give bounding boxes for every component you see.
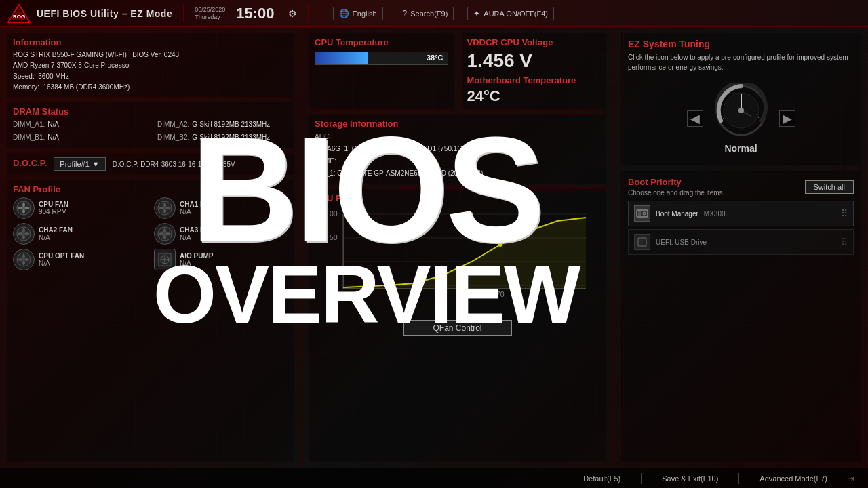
day-display: Thursday <box>195 14 225 21</box>
info-title: Information <box>13 37 288 47</box>
footer-divider-2 <box>738 473 739 484</box>
svg-text:100: 100 <box>326 210 338 218</box>
advanced-mode-button[interactable]: Advanced Mode(F7) <box>760 474 827 483</box>
dropdown-arrow-icon: ▼ <box>92 160 100 168</box>
date-display: 06/25/2020 <box>195 6 225 14</box>
fan-profile-section: FAN Profile <box>7 180 294 462</box>
info-board-row: ROG STRIX B550-F GAMING (WI-FI) BIOS Ver… <box>13 49 288 60</box>
aura-button[interactable]: ✦ AURA ON/OFF(F4) <box>467 7 554 20</box>
language-label: English <box>353 9 377 18</box>
boot-item-1[interactable]: Boot Manager MX300... ⠿ <box>628 201 854 226</box>
fan-item-aio: AIO PUMP N/A <box>154 249 288 270</box>
memory-val: 16384 MB (DDR4 3600MHz) <box>43 83 130 91</box>
fan-info-aio: AIO PUMP N/A <box>180 252 213 267</box>
default-button[interactable]: Default(F5) <box>583 474 620 483</box>
dram-b1-label: DIMM_B1: <box>13 131 45 144</box>
fan-item-cpu-opt: CPU OPT FAN N/A <box>13 249 147 270</box>
svg-text:70: 70 <box>496 291 505 298</box>
aura-icon: ✦ <box>473 9 480 18</box>
svg-rect-41 <box>638 211 641 216</box>
temp-bar-container: 38°C <box>315 52 448 65</box>
fan-item-cha2: CHA2 FAN N/A <box>13 223 147 245</box>
info-memory-row: Memory: 16384 MB (DDR4 3600MHz) <box>13 82 288 93</box>
bios-ver: BIOS Ver. 0243 <box>132 51 179 58</box>
fan-icon-cha1 <box>154 197 176 219</box>
svg-text:30: 30 <box>411 291 419 298</box>
ez-gauge-svg <box>714 83 768 138</box>
dram-b2: DIMM_B2: G-Skill 8192MB 2133MHz <box>157 131 288 144</box>
ez-tuning-section: EZ System Tuning Click the icon below to… <box>620 33 861 165</box>
cpu-name: AMD Ryzen 7 3700X 8-Core Processor <box>13 62 132 69</box>
dram-section: DRAM Status DIMM_A1: N/A DIMM_A2: G-Skil… <box>7 102 294 148</box>
storage-nvme-header: NVME: <box>315 155 600 167</box>
svg-point-8 <box>22 232 25 235</box>
svg-point-30 <box>441 273 445 277</box>
search-button[interactable]: ? Search(F9) <box>397 7 454 20</box>
ez-gauge-container: Normal <box>714 83 768 154</box>
language-button[interactable]: 🌐 English <box>333 7 383 20</box>
gear-icon[interactable]: ⚙ <box>288 8 297 19</box>
dram-a2-label: DIMM_A2: <box>157 119 189 131</box>
ahci-label: AHCI: <box>315 133 333 140</box>
dram-b2-label: DIMM_B2: <box>157 131 189 144</box>
fan-rpm-aio: N/A <box>180 260 213 267</box>
svg-point-4 <box>22 207 25 209</box>
header-divider-2 <box>308 5 309 22</box>
fan-info-cha3: CHA3 FAN N/A <box>180 226 214 241</box>
docp-dropdown[interactable]: Profile#1 ▼ <box>54 157 105 171</box>
memory-label: Memory: <box>13 83 39 91</box>
save-exit-button[interactable]: Save & Exit(F10) <box>662 474 718 483</box>
left-panel: Information ROG STRIX B550-F GAMING (WI-… <box>0 27 302 468</box>
cpu-temp-section: CPU Temperature 38°C <box>309 33 454 110</box>
qfan-control-button[interactable]: QFan Control <box>403 320 512 336</box>
storage-section: Storage Information AHCI: SATA6G_1: Cruc… <box>309 114 606 184</box>
fan-name-cha2: CHA2 FAN <box>39 226 73 234</box>
logo-area: ROG UEFI BIOS Utility – EZ Mode <box>7 3 172 24</box>
storage-ahci-header: AHCI: <box>315 131 600 143</box>
storage-nvme-device: M.2_1: GIGABYTE GP-ASM2NE6200TTTD (2000.… <box>315 167 600 180</box>
info-cpu-row: AMD Ryzen 7 3700X 8-Core Processor <box>13 60 288 71</box>
fan-icon-cha2 <box>13 223 35 245</box>
svg-point-36 <box>738 108 744 113</box>
mb-temp-title: Motherboard Temperature <box>467 75 601 85</box>
fan-name-aio: AIO PUMP <box>180 252 213 260</box>
footer-divider-1 <box>641 473 642 484</box>
cpu-fan-title: CPU FAN <box>315 193 600 203</box>
svg-line-38 <box>757 117 760 119</box>
nvme-device: M.2_1: GIGABYTE GP-ASM2NE6200TTTD (2000.… <box>315 169 483 177</box>
dram-a2-value: G-Skill 8192MB 2133MHz <box>192 119 270 131</box>
svg-point-29 <box>384 283 388 287</box>
ez-prev-button[interactable]: ◀ <box>687 110 703 127</box>
fan-icon-cpu-opt <box>13 249 35 270</box>
nvme-label: NVME: <box>315 157 336 165</box>
dram-a1-label: DIMM_A1: <box>13 119 45 131</box>
svg-rect-44 <box>638 238 646 246</box>
fan-info-cha1: CHA1 FAN N/A <box>180 201 214 216</box>
boot-priority-info: Boot Priority Choose one and drag the it… <box>628 177 724 197</box>
ez-tuner-control: ◀ <box>628 78 854 159</box>
dram-b2-value: G-Skill 8192MB 2133MHz <box>192 131 270 144</box>
boot-item-2[interactable]: UEFI: USB Drive ⠿ <box>628 229 854 255</box>
boot-item-2-name: UEFI: USB Drive <box>656 239 707 246</box>
info-section: Information ROG STRIX B550-F GAMING (WI-… <box>7 33 294 98</box>
svg-line-37 <box>723 117 725 119</box>
switch-all-button[interactable]: Switch all <box>805 180 854 194</box>
fan-icon-cpu <box>13 197 35 219</box>
drag-handle-2: ⠿ <box>841 237 848 247</box>
mid-panel: CPU Temperature 38°C VDDCR CPU Voltage 1… <box>302 27 614 468</box>
svg-text:ROG: ROG <box>13 14 25 20</box>
fan-rpm-cha3: N/A <box>180 234 214 241</box>
boot-item-1-detail: MX300... <box>704 210 731 218</box>
ez-next-button[interactable]: ▶ <box>779 110 795 127</box>
voltage-section: VDDCR CPU Voltage 1.456 V Motherboard Te… <box>461 33 607 110</box>
cpu-temp-title: CPU Temperature <box>315 37 448 47</box>
fan-info-cpu-opt: CPU OPT FAN N/A <box>39 252 84 267</box>
drag-handle-1: ⠿ <box>841 208 848 219</box>
aura-label: AURA ON/OFF(F4) <box>484 9 548 18</box>
voltage-value: 1.456 V <box>467 49 601 73</box>
svg-text:50: 50 <box>330 234 338 241</box>
storage-title: Storage Information <box>315 119 600 129</box>
time-display: 15:00 <box>236 6 274 21</box>
svg-point-12 <box>22 258 25 261</box>
dram-a2: DIMM_A2: G-Skill 8192MB 2133MHz <box>157 119 288 131</box>
